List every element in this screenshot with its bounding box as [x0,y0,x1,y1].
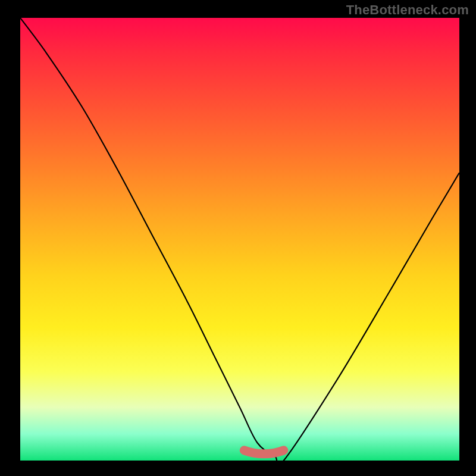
curve-svg [20,18,459,461]
plot-area [20,18,459,461]
bottleneck-curve-line [20,18,459,461]
chart-frame: TheBottleneck.com [0,0,476,476]
trough-highlight [244,450,283,454]
watermark-text: TheBottleneck.com [346,2,469,18]
